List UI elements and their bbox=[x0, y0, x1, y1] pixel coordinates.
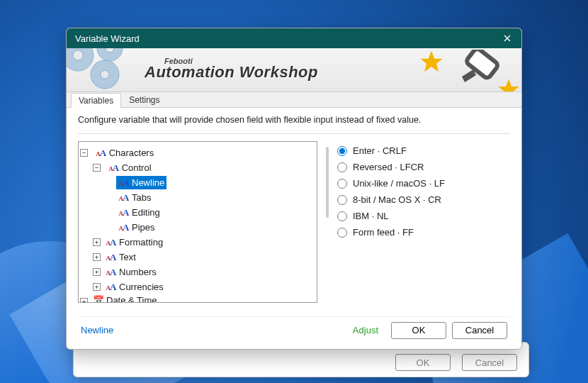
character-icon bbox=[118, 207, 130, 218]
character-icon bbox=[118, 192, 130, 204]
character-icon bbox=[118, 177, 130, 189]
window-title: Variable Wizard bbox=[75, 33, 497, 44]
divider bbox=[78, 133, 510, 134]
tree-node-numbers[interactable]: Numbers bbox=[103, 265, 159, 279]
brand-title: Automation Workshop bbox=[145, 63, 318, 82]
gears-icon bbox=[67, 48, 156, 92]
tree-node-currencies[interactable]: Currencies bbox=[103, 280, 166, 294]
svg-point-5 bbox=[101, 70, 109, 79]
tree-toggle-characters[interactable]: − bbox=[80, 149, 88, 157]
banner: Febooti Automation Workshop bbox=[67, 48, 521, 92]
adjust-link[interactable]: Adjust bbox=[353, 325, 378, 335]
character-icon bbox=[106, 282, 117, 293]
dialog-window: Variable Wizard Febooti Automation Works… bbox=[66, 28, 522, 350]
tree-node-control[interactable]: Control bbox=[106, 161, 154, 174]
ok-button[interactable]: OK bbox=[391, 322, 446, 339]
radio-ibm-nl[interactable]: IBM · NL bbox=[337, 208, 510, 224]
character-icon bbox=[96, 148, 107, 159]
tree-node-pipes[interactable]: Pipes bbox=[116, 221, 157, 234]
character-icon bbox=[108, 162, 120, 174]
tree-node-text[interactable]: Text bbox=[103, 250, 138, 264]
tree-toggle-datetime[interactable]: + bbox=[80, 298, 88, 303]
variable-tree[interactable]: − Characters − Control Newline Tabs Edit… bbox=[78, 141, 317, 303]
option-group: Enter · CRLF Reversed · LFCR Unix-like /… bbox=[337, 141, 510, 312]
tree-node-editing[interactable]: Editing bbox=[116, 206, 162, 219]
tree-toggle-text[interactable]: + bbox=[93, 253, 101, 261]
tree-toggle-formatting[interactable]: + bbox=[93, 238, 101, 246]
radio-reversed-lfcr[interactable]: Reversed · LFCR bbox=[337, 159, 510, 175]
tree-node-newline[interactable]: Newline bbox=[116, 176, 166, 189]
radio-8bit-cr[interactable]: 8-bit / Mac OS X · CR bbox=[337, 192, 510, 208]
tree-node-formatting[interactable]: Formatting bbox=[103, 235, 165, 249]
pen-icon bbox=[448, 50, 511, 91]
bg-ok-button: OK bbox=[395, 354, 451, 371]
bg-cancel-button: Cancel bbox=[462, 354, 517, 371]
calendar-icon: 📅 bbox=[93, 295, 104, 304]
character-icon bbox=[106, 252, 117, 263]
close-icon bbox=[504, 35, 511, 42]
star-icon bbox=[419, 50, 443, 74]
tree-toggle-currencies[interactable]: + bbox=[93, 283, 101, 291]
tree-node-characters[interactable]: Characters bbox=[94, 146, 157, 160]
title-bar[interactable]: Variable Wizard bbox=[67, 28, 521, 48]
cancel-button[interactable]: Cancel bbox=[452, 322, 507, 339]
description-text: Configure variable that will provide cho… bbox=[78, 115, 510, 125]
tab-strip: Variables Settings bbox=[67, 92, 521, 108]
tree-toggle-numbers[interactable]: + bbox=[93, 268, 101, 276]
tab-variables[interactable]: Variables bbox=[71, 93, 121, 108]
character-icon bbox=[106, 237, 117, 248]
tree-node-datetime[interactable]: 📅Date & Time bbox=[91, 294, 159, 303]
svg-point-1 bbox=[73, 50, 83, 60]
tree-toggle-control[interactable]: − bbox=[93, 164, 101, 172]
scrollbar-indicator[interactable] bbox=[326, 147, 329, 218]
close-button[interactable] bbox=[497, 31, 517, 45]
status-label: Newline bbox=[81, 325, 113, 335]
character-icon bbox=[118, 222, 130, 233]
radio-enter-crlf[interactable]: Enter · CRLF bbox=[337, 143, 510, 159]
tree-node-tabs[interactable]: Tabs bbox=[116, 191, 153, 204]
tab-settings[interactable]: Settings bbox=[121, 92, 167, 107]
character-icon bbox=[106, 267, 117, 278]
radio-formfeed-ff[interactable]: Form feed · FF bbox=[337, 224, 510, 240]
radio-unix-lf[interactable]: Unix-like / macOS · LF bbox=[337, 175, 510, 192]
